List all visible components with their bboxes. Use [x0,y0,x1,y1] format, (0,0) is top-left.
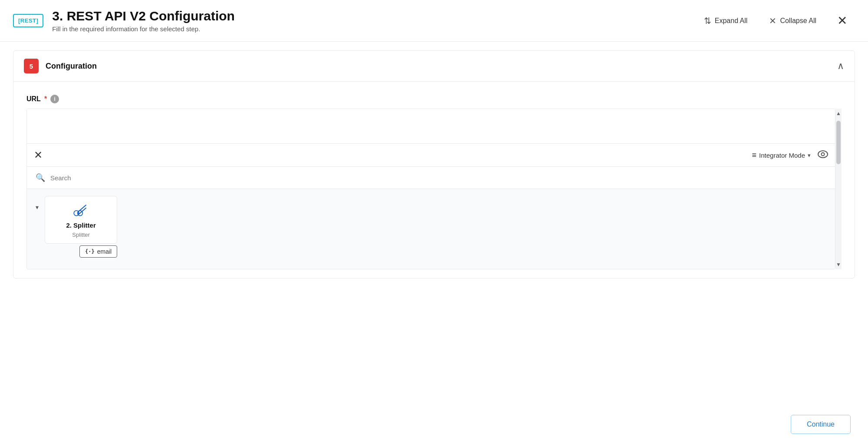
tree-area: ▾ [27,189,835,269]
variable-name: email [97,248,112,255]
page-subtitle: Fill in the required information for the… [52,25,235,33]
variable-badge[interactable]: {·} email [79,245,117,258]
expand-all-icon: ⇅ [704,16,711,26]
tree-expand-arrow[interactable]: ▾ [36,204,39,211]
continue-button[interactable]: Continue [791,415,851,434]
scroll-thumb [836,121,841,164]
collapse-all-label: Collapse All [780,17,816,25]
section-content: URL* i ✕ ≡ Integ [13,82,855,278]
svg-line-5 [78,208,86,215]
integrator-mode-button[interactable]: ≡ Integrator Mode ▾ [752,151,811,160]
close-button[interactable]: ✕ [834,12,851,30]
rest-badge: [REST] [13,14,43,27]
eye-icon [818,150,828,158]
section-header[interactable]: 5 Configuration ∧ [13,51,855,82]
preview-button[interactable] [818,150,828,160]
search-input[interactable] [50,174,826,182]
url-label: URL* i [26,95,842,103]
svg-point-1 [822,152,825,156]
scroll-up-arrow[interactable]: ▲ [836,109,841,118]
search-icon: 🔍 [36,173,45,182]
url-editor-inner: ✕ ≡ Integrator Mode ▾ [26,109,835,269]
info-icon[interactable]: i [50,95,59,103]
outer-scrollbar[interactable]: ▲ ▼ [835,109,842,269]
url-field-label: URL [26,95,41,103]
svg-point-0 [818,151,828,158]
step-badge: 5 [24,59,39,73]
splitter-icon [70,202,92,219]
page-title: 3. REST API V2 Configuration [52,9,235,23]
section-header-left: 5 Configuration [24,59,97,73]
svg-line-4 [78,205,86,212]
integrator-mode-dropdown-arrow: ▾ [808,152,811,159]
header-actions: ⇅ Expand All ✕ Collapse All ✕ [700,12,851,30]
header-left: [REST] 3. REST API V2 Configuration Fill… [13,9,235,33]
url-toolbar-right: ≡ Integrator Mode ▾ [752,150,828,160]
required-star: * [44,95,47,103]
expand-all-button[interactable]: ⇅ Expand All [700,13,752,29]
search-area: 🔍 [27,167,835,189]
collapse-all-icon: ✕ [769,16,776,26]
integrator-mode-icon: ≡ [752,151,757,160]
variable-bracket-icon: {·} [85,248,95,255]
page-header: [REST] 3. REST API V2 Configuration Fill… [0,0,868,42]
tree-item: ▾ [36,196,826,258]
header-title-block: 3. REST API V2 Configuration Fill in the… [52,9,235,33]
url-toolbar-left: ✕ [34,149,43,161]
tree-item-type: Splitter [72,232,89,238]
configuration-section: 5 Configuration ∧ URL* i ✕ [13,50,855,278]
page-footer: Continue [791,415,851,434]
section-title: Configuration [46,62,97,71]
tree-children: {·} email [79,245,117,258]
url-textarea[interactable] [27,109,835,144]
scroll-thumb-area [836,118,841,260]
scroll-down-arrow[interactable]: ▼ [836,260,841,269]
url-toolbar: ✕ ≡ Integrator Mode ▾ [27,144,835,167]
toolbar-close-button[interactable]: ✕ [34,149,43,161]
url-scroll-container: ✕ ≡ Integrator Mode ▾ [26,109,842,269]
tree-item-name: 2. Splitter [66,222,95,229]
tree-item-card[interactable]: 2. Splitter Splitter [45,196,117,244]
expand-all-label: Expand All [715,17,748,25]
integrator-mode-label: Integrator Mode [759,152,805,159]
url-editor-container: ✕ ≡ Integrator Mode ▾ [26,109,835,269]
tree-item-wrapper: 2. Splitter Splitter {·} email [45,196,117,258]
collapse-section-icon[interactable]: ∧ [837,60,844,72]
collapse-all-button[interactable]: ✕ Collapse All [765,13,821,29]
